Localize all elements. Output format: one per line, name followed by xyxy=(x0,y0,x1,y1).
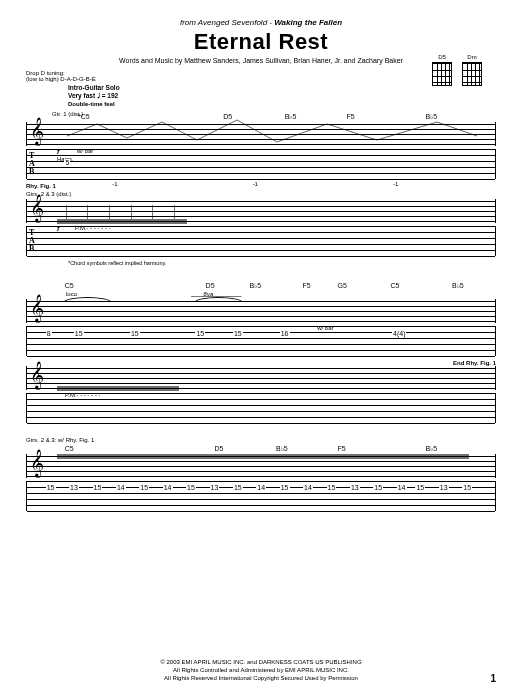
chord-row: C5 D5 B♭5 F5 B♭5 xyxy=(56,445,496,454)
loco-marking: loco xyxy=(66,291,77,297)
tab-num: 5 xyxy=(64,159,70,166)
tab-num: 15 xyxy=(186,484,196,491)
system-2: C5 D5 B♭5 F5 G5 C5 B♭5 loco 8va 𝄞 ~~~~~~… xyxy=(26,282,496,423)
gtr1-staff-group: 𝄞 15 13 15 14 15 14 15 13 15 xyxy=(26,454,496,511)
rhythm-notation xyxy=(57,368,491,388)
fret-grid xyxy=(462,62,482,86)
fret-grid xyxy=(432,62,452,86)
album-title: Waking the Fallen xyxy=(274,18,342,27)
tie-icon xyxy=(64,297,111,302)
tab-staff: TAB xyxy=(26,226,496,256)
tab-num: 15 xyxy=(233,484,243,491)
chord-sym: B♭5 xyxy=(276,445,288,453)
gtr23-staff-group: 𝄞 f P.M.- - - - - - - TAB xyxy=(26,199,496,256)
treble-clef-icon: 𝄞 xyxy=(30,450,44,477)
chord-sym: C5 xyxy=(65,282,74,289)
credits: Words and Music by Matthew Sanders, Jame… xyxy=(26,57,496,64)
copyright-line: © 2003 EMI APRIL MUSIC INC. and DARKNESS… xyxy=(0,658,522,666)
tab-staff xyxy=(26,393,496,423)
tab-num: 16 xyxy=(280,330,290,337)
tab-num: 15 xyxy=(415,484,425,491)
copyright-footer: © 2003 EMI APRIL MUSIC INC. and DARKNESS… xyxy=(0,658,522,682)
whammy-line xyxy=(57,116,491,152)
chord-sym: F5 xyxy=(338,445,346,452)
header: from Avenged Sevenfold - Waking the Fall… xyxy=(26,18,496,64)
tab-num: 15 xyxy=(233,330,243,337)
gtr23-staff-group: 𝄞 P.M.- - - - - - - xyxy=(26,366,496,423)
treble-clef-icon: 𝄞 xyxy=(30,295,44,322)
chord-sym: C5 xyxy=(390,282,399,289)
chord-name: D5 xyxy=(438,54,446,60)
tab-num: 14 xyxy=(397,484,407,491)
system-1: Gtr. 1 (dist.) *C5 D5 B♭5 F5 B♭5 𝄞 f w/ … xyxy=(26,113,496,266)
notation-staff: 𝄞 ~~~~~~~~~~~~~~~~~~~~ w/ bar xyxy=(26,299,496,323)
tuning-label: Drop D tuning: (low to high) D-A-D-G-B-E xyxy=(26,70,496,82)
tab-num: 15 xyxy=(139,484,149,491)
source-line: from Avenged Sevenfold - Waking the Fall… xyxy=(26,18,496,27)
chord-diagrams: D5 Dm xyxy=(432,54,482,86)
treble-clef-icon: 𝄞 xyxy=(30,362,44,389)
gtr23-label: Gtrs. 2 & 3 (dist.) xyxy=(26,191,496,197)
source-prefix: from Avenged Sevenfold - xyxy=(180,18,274,27)
tab-num: 15 xyxy=(195,330,205,337)
tab-num: 15 xyxy=(280,484,290,491)
notation-staff: 𝄞 f w/ bar Harm. xyxy=(26,122,496,146)
tab-num: 14 xyxy=(303,484,313,491)
tab-num: 15 xyxy=(130,330,140,337)
tab-num: 15 xyxy=(462,484,472,491)
tab-num: 13 xyxy=(69,484,79,491)
chord-sym: C5 xyxy=(65,445,74,452)
tab-num: 14 xyxy=(116,484,126,491)
notation-staff: 𝄞 P.M.- - - - - - - xyxy=(26,366,496,390)
tempo-marking: Very fast ♩ = 192 xyxy=(68,92,496,100)
tab-num: 15 xyxy=(327,484,337,491)
chord-sym: D5 xyxy=(206,282,215,289)
chord-sym: B♭5 xyxy=(452,282,464,290)
sheet-music-page: from Avenged Sevenfold - Waking the Fall… xyxy=(0,0,522,696)
gtr1-staff-group: 𝄞 f w/ bar Harm. TAB 5 -1 -1 -1 xyxy=(26,122,496,179)
chord-row: C5 D5 B♭5 F5 G5 C5 B♭5 xyxy=(56,282,496,291)
chord-sym: D5 xyxy=(214,445,223,452)
tab-num: 15 xyxy=(46,484,56,491)
tab-num: 14 xyxy=(256,484,266,491)
tab-staff: 15 13 15 14 15 14 15 13 15 14 15 14 15 1… xyxy=(26,481,496,511)
note-run xyxy=(57,456,491,476)
chord-diagram-dm: Dm xyxy=(462,54,482,86)
tab-num: 8 xyxy=(46,330,52,337)
gtr23-rhy-label: Gtrs. 2 & 3: w/ Rhy. Fig. 1 xyxy=(26,437,496,443)
chord-sym: B♭5 xyxy=(426,445,438,453)
rhy-fig-label: Rhy. Fig. 1 xyxy=(26,183,496,189)
tie-icon xyxy=(195,297,242,302)
chord-name: Dm xyxy=(467,54,476,60)
copyright-line: All Rights Controlled and Administered b… xyxy=(0,666,522,674)
treble-clef-icon: 𝄞 xyxy=(30,118,44,145)
feel-label: Double-time feel xyxy=(68,101,496,107)
tab-num: 15 xyxy=(74,330,84,337)
footnote: *Chord symbols reflect implied harmony. xyxy=(68,260,496,266)
tab-num: 15 xyxy=(373,484,383,491)
tab-staff: TAB 5 -1 -1 -1 xyxy=(26,149,496,179)
song-title: Eternal Rest xyxy=(26,29,496,55)
system-3: Gtrs. 2 & 3: w/ Rhy. Fig. 1 C5 D5 B♭5 F5… xyxy=(26,437,496,511)
tab-num: 4(4) xyxy=(392,330,406,337)
notation-staff: 𝄞 xyxy=(26,454,496,478)
tab-num: 13 xyxy=(439,484,449,491)
tab-staff: 8 15 15 15 15 16 4(4) xyxy=(26,326,496,356)
chord-sym: B♭5 xyxy=(250,282,262,290)
tab-num: 14 xyxy=(163,484,173,491)
tab-num: 13 xyxy=(350,484,360,491)
chord-sym: G5 xyxy=(338,282,347,289)
rhythm-notation xyxy=(57,201,491,221)
chord-diagram-d5: D5 xyxy=(432,54,452,86)
chord-sym: F5 xyxy=(302,282,310,289)
page-number: 1 xyxy=(490,673,496,684)
tuning-detail: (low to high) D-A-D-G-B-E xyxy=(26,76,96,82)
copyright-line: All Rights Reserved International Copyri… xyxy=(0,674,522,682)
tab-num: 13 xyxy=(210,484,220,491)
notation-staff: 𝄞 f P.M.- - - - - - - xyxy=(26,199,496,223)
tab-num: 15 xyxy=(93,484,103,491)
treble-clef-icon: 𝄞 xyxy=(30,195,44,222)
gtr1-staff-group: 𝄞 ~~~~~~~~~~~~~~~~~~~~ w/ bar 8 15 15 15… xyxy=(26,299,496,356)
